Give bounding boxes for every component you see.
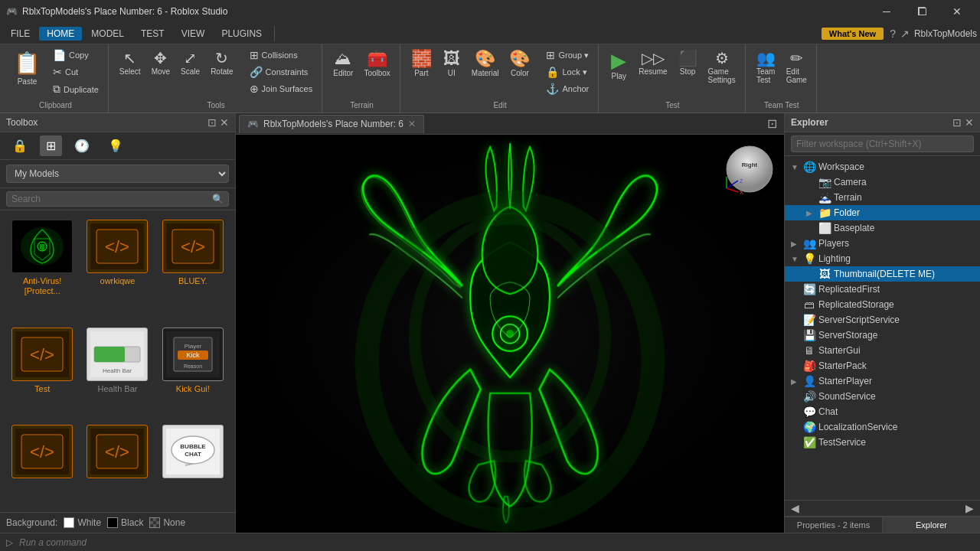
tree-item-localization[interactable]: 🌍 LocalizationService <box>785 419 980 435</box>
tree-item-starter-pack[interactable]: 🎒 StarterPack <box>785 358 980 373</box>
toolbox-tab-grid[interactable]: ⊞ <box>40 135 62 156</box>
background-white-option[interactable]: White <box>64 517 101 528</box>
toolbox-float-icon[interactable]: ⊡ <box>207 116 217 129</box>
edit-game-label: EditGame <box>786 67 807 84</box>
toolbox-tab-lock[interactable]: 🔒 <box>6 135 34 156</box>
properties-tab[interactable]: Properties - 2 items <box>785 517 883 533</box>
explorer-tab[interactable]: Explorer <box>883 517 980 533</box>
toolbox-close-icon[interactable]: ✕ <box>220 116 229 129</box>
tree-item-lighting[interactable]: ▼ 💡 Lighting <box>785 251 980 266</box>
ui-button[interactable]: 🖼 UI <box>438 47 466 80</box>
paste-button[interactable]: 📋 Paste <box>8 47 47 89</box>
scroll-left-icon[interactable]: ◀ <box>785 502 805 514</box>
game-settings-button[interactable]: ⚙ GameSettings <box>704 47 740 87</box>
menu-file[interactable]: FILE <box>3 27 38 41</box>
title-bar-controls[interactable]: ─ ⧠ ✕ <box>870 0 974 23</box>
team-test-button[interactable]: 👥 TeamTest <box>752 47 780 87</box>
ui-label: UI <box>448 69 456 77</box>
whats-new-button[interactable]: What's New <box>822 28 884 40</box>
menu-view[interactable]: VIEW <box>174 27 213 41</box>
viewport[interactable]: Right Z X <box>236 135 784 533</box>
model-thumbnail: Player Kick Reason <box>162 328 224 381</box>
menu-test[interactable]: TEST <box>133 27 172 41</box>
minimize-button[interactable]: ─ <box>870 0 903 23</box>
tree-item-terrain[interactable]: 🗻 Terrain <box>785 190 980 205</box>
none-label: None <box>163 517 185 528</box>
terrain-editor-button[interactable]: ⛰ Editor <box>328 47 358 80</box>
viewport-tab[interactable]: 🎮 RblxTopModels's Place Number: 6 ✕ <box>239 115 424 133</box>
group-button[interactable]: ⊞ Group ▾ <box>541 47 593 63</box>
viewport-maximize-button[interactable]: ⊡ <box>763 115 781 133</box>
tree-item-starter-gui[interactable]: 🖥 StarterGui <box>785 343 980 358</box>
help-icon[interactable]: ? <box>890 28 896 40</box>
cut-button[interactable]: ✂ Cut <box>48 64 103 80</box>
tree-item-replicated-storage[interactable]: 🗃 ReplicatedStorage <box>785 297 980 312</box>
search-icon[interactable]: 🔍 <box>212 194 224 204</box>
scale-button[interactable]: ⤢ Scale <box>176 47 204 79</box>
lock-button[interactable]: 🔒 Lock ▾ <box>541 64 593 80</box>
select-button[interactable]: ↖ Select <box>115 47 145 79</box>
list-item[interactable]: BUBBLE CHAT <box>157 422 229 506</box>
list-item[interactable]: </> Test <box>6 324 78 419</box>
test-label: Test <box>665 99 679 109</box>
menu-home[interactable]: HOME <box>39 27 82 41</box>
toolbox-btn[interactable]: 🧰 Toolbox <box>359 47 394 80</box>
tree-item-server-script[interactable]: 📝 ServerScriptService <box>785 312 980 328</box>
anchor-button[interactable]: ⚓ Anchor <box>541 81 593 96</box>
explorer-close-icon[interactable]: ✕ <box>965 116 974 129</box>
maximize-button[interactable]: ⧠ <box>905 0 939 23</box>
tree-item-players[interactable]: ▶ 👥 Players <box>785 236 980 251</box>
tree-item-sound-service[interactable]: 🔊 SoundService <box>785 389 980 404</box>
rotate-button[interactable]: ↻ Rotate <box>206 47 237 79</box>
move-button[interactable]: ✥ Move <box>147 47 175 79</box>
edit-game-button[interactable]: ✏ EditGame <box>782 47 812 87</box>
collisions-icon: ⊞ <box>250 49 259 61</box>
play-button[interactable]: ▶ Play <box>605 47 632 83</box>
tree-item-test-service[interactable]: ✅ TestService <box>785 435 980 450</box>
tree-item-starter-player[interactable]: ▶ 👤 StarterPlayer <box>785 373 980 389</box>
tree-item-workspace[interactable]: ▼ 🌐 Workspace <box>785 159 980 174</box>
collisions-button[interactable]: ⊞ Collisions <box>245 47 318 63</box>
menu-plugins[interactable]: PLUGINS <box>214 27 270 41</box>
color-button[interactable]: 🎨 Color <box>505 47 534 80</box>
command-input[interactable] <box>19 537 249 548</box>
list-item[interactable]: Player Kick Reason Kick Gui! <box>157 324 229 419</box>
close-button[interactable]: ✕ <box>940 0 974 23</box>
share-icon[interactable]: ↗ <box>900 28 910 40</box>
user-label[interactable]: RblxTopModels <box>914 28 977 39</box>
stop-button[interactable]: ⬛ Stop <box>674 47 702 79</box>
scroll-right-icon[interactable]: ▶ <box>959 502 980 514</box>
list-item[interactable]: Anti-Virus! [Protect... <box>6 217 78 321</box>
duplicate-button[interactable]: ⧉ Duplicate <box>48 81 103 97</box>
tree-item-replicated-first[interactable]: 🔄 ReplicatedFirst <box>785 282 980 297</box>
toolbox-tab-bulb[interactable]: 💡 <box>102 135 129 156</box>
menu-model[interactable]: MODEL <box>83 27 132 41</box>
join-surfaces-button[interactable]: ⊕ Join Surfaces <box>245 81 318 96</box>
explorer-float-icon[interactable]: ⊡ <box>952 116 962 129</box>
tree-item-chat[interactable]: 💬 Chat <box>785 404 980 419</box>
search-input[interactable] <box>11 194 209 204</box>
tree-item-camera[interactable]: 📷 Camera <box>785 174 980 190</box>
resume-button[interactable]: ▷▷ Resume <box>634 47 671 79</box>
tree-item-baseplate[interactable]: ⬜ Baseplate <box>785 220 980 236</box>
model-dropdown[interactable]: My Models <box>6 165 229 183</box>
list-item[interactable]: Health Bar Health Bar <box>81 324 153 419</box>
list-item[interactable]: </> <box>81 422 153 506</box>
constraints-button[interactable]: 🔗 Constraints <box>245 64 318 80</box>
viewport-tab-close[interactable]: ✕ <box>408 119 416 129</box>
tree-item-thumbnail[interactable]: 🖼 Thumbnail(DELETE ME) <box>785 266 980 282</box>
copy-button[interactable]: 📄 Copy <box>48 47 103 63</box>
list-item[interactable]: </> <box>6 422 78 506</box>
explorer-search-input[interactable] <box>791 135 974 152</box>
tree-item-server-storage[interactable]: 💾 ServerStorage <box>785 328 980 343</box>
material-button[interactable]: 🎨 Material <box>467 47 504 80</box>
list-item[interactable]: </> owrkiqwe <box>81 217 153 321</box>
list-item[interactable]: </> BLUEY. <box>157 217 229 321</box>
part-button[interactable]: 🧱 Part <box>407 47 436 80</box>
background-none-option[interactable]: None <box>149 517 185 528</box>
orientation-cube[interactable]: Right Z X <box>723 142 776 196</box>
search-box[interactable]: 🔍 <box>6 191 229 207</box>
tree-item-folder[interactable]: ▶ 📁 Folder <box>785 205 980 220</box>
background-black-option[interactable]: Black <box>107 517 143 528</box>
toolbox-tab-recent[interactable]: 🕐 <box>68 135 96 156</box>
